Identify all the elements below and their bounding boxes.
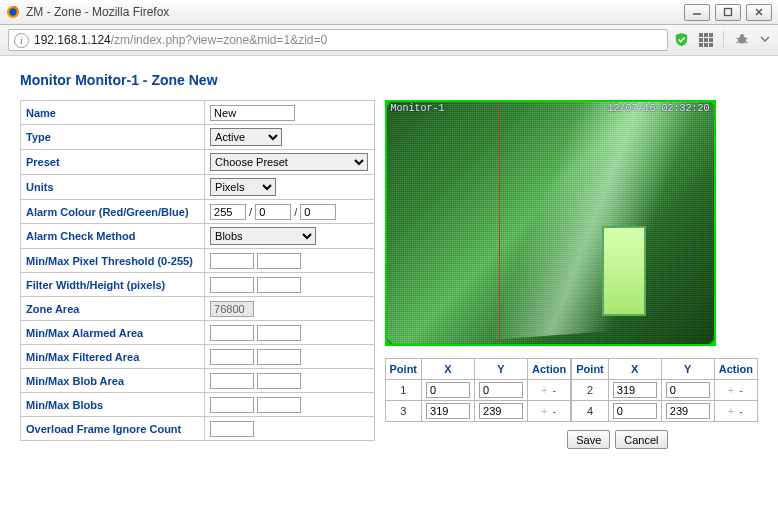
point-actions[interactable]: + -	[714, 380, 757, 401]
zone-form: Name Type Active Preset Choose Preset Un…	[20, 100, 375, 441]
zone-handle-tr[interactable]	[708, 100, 716, 108]
bug-icon[interactable]	[734, 32, 750, 48]
label-overload: Overload Frame Ignore Count	[21, 417, 205, 441]
svg-line-11	[745, 42, 748, 44]
svg-point-7	[740, 34, 744, 38]
page-title: Monitor Monitor-1 - Zone New	[20, 72, 758, 88]
zone-handle-br[interactable]	[708, 338, 716, 346]
url-host: 192.168.1.124	[34, 33, 111, 47]
label-blob-area: Min/Max Blob Area	[21, 369, 205, 393]
point-x-input[interactable]	[426, 382, 470, 398]
alarm-check-select[interactable]: Blobs	[210, 227, 316, 245]
svg-point-1	[9, 8, 16, 15]
point-actions[interactable]: + -	[714, 401, 757, 422]
point-y-input[interactable]	[666, 382, 710, 398]
point-n: 4	[572, 401, 609, 422]
blobs-min-input[interactable]	[210, 397, 254, 413]
point-row: 2 + -	[572, 380, 758, 401]
blobs-max-input[interactable]	[257, 397, 301, 413]
blob-area-max-input[interactable]	[257, 373, 301, 389]
point-x-input[interactable]	[613, 403, 657, 419]
preset-select[interactable]: Choose Preset	[210, 153, 368, 171]
point-n: 2	[572, 380, 609, 401]
window-minimize-button[interactable]	[684, 4, 710, 21]
label-filtered-area: Min/Max Filtered Area	[21, 345, 205, 369]
col-action: Action	[528, 359, 571, 380]
label-alarm-colour: Alarm Colour (Red/Green/Blue)	[21, 200, 205, 224]
window-maximize-button[interactable]	[715, 4, 741, 21]
label-preset: Preset	[21, 150, 205, 175]
alarm-g-input[interactable]	[255, 204, 291, 220]
filter-h-input[interactable]	[257, 277, 301, 293]
points-table-left: Point X Y Action 1 + - 3	[385, 358, 572, 422]
label-filter-wh: Filter Width/Height (pixels)	[21, 273, 205, 297]
preview-monitor-label: Monitor-1	[391, 103, 445, 114]
point-x-input[interactable]	[426, 403, 470, 419]
units-select[interactable]: Pixels	[210, 178, 276, 196]
url-field[interactable]: i 192.168.1.124/zm/index.php?view=zone&m…	[8, 29, 668, 51]
col-action: Action	[714, 359, 757, 380]
alarmed-area-min-input[interactable]	[210, 325, 254, 341]
window-title: ZM - Zone - Mozilla Firefox	[26, 5, 684, 19]
point-y-input[interactable]	[479, 403, 523, 419]
type-select[interactable]: Active	[210, 128, 282, 146]
alarm-r-input[interactable]	[210, 204, 246, 220]
label-alarmed-area: Min/Max Alarmed Area	[21, 321, 205, 345]
zone-preview[interactable]: Monitor-1 12/07/16 02:32:20	[385, 100, 716, 346]
alarm-b-input[interactable]	[300, 204, 336, 220]
zone-handle-bl[interactable]	[385, 338, 393, 346]
col-x: X	[608, 359, 661, 380]
filtered-area-max-input[interactable]	[257, 349, 301, 365]
save-button[interactable]: Save	[567, 430, 610, 449]
address-bar: i 192.168.1.124/zm/index.php?view=zone&m…	[0, 25, 778, 56]
point-row: 3 + -	[385, 401, 571, 422]
point-n: 3	[385, 401, 422, 422]
point-row: 4 + -	[572, 401, 758, 422]
label-type: Type	[21, 125, 205, 150]
preview-timestamp: 12/07/16 02:32:20	[608, 103, 710, 114]
toolbar-divider	[723, 31, 724, 49]
alarmed-area-max-input[interactable]	[257, 325, 301, 341]
col-x: X	[422, 359, 475, 380]
firefox-icon	[6, 5, 20, 19]
qr-icon[interactable]	[699, 33, 713, 47]
name-input[interactable]	[210, 105, 295, 121]
shield-icon[interactable]	[674, 32, 689, 49]
window-close-button[interactable]	[746, 4, 772, 21]
col-point: Point	[572, 359, 609, 380]
cancel-button[interactable]: Cancel	[615, 430, 667, 449]
point-row: 1 + -	[385, 380, 571, 401]
point-n: 1	[385, 380, 422, 401]
label-name: Name	[21, 101, 205, 125]
point-x-input[interactable]	[613, 382, 657, 398]
points-table-right: Point X Y Action 2 + - 4	[571, 358, 758, 422]
zone-handle-tl[interactable]	[385, 100, 393, 108]
point-y-input[interactable]	[479, 382, 523, 398]
svg-rect-3	[725, 9, 732, 16]
label-alarm-check: Alarm Check Method	[21, 224, 205, 249]
filtered-area-min-input[interactable]	[210, 349, 254, 365]
label-units: Units	[21, 175, 205, 200]
col-point: Point	[385, 359, 422, 380]
point-actions[interactable]: + -	[528, 380, 571, 401]
zone-area-input	[210, 301, 254, 317]
url-path: /zm/index.php?view=zone&mid=1&zid=0	[111, 33, 327, 47]
label-blobs: Min/Max Blobs	[21, 393, 205, 417]
label-pixel-thresh: Min/Max Pixel Threshold (0-255)	[21, 249, 205, 273]
svg-line-8	[737, 38, 740, 39]
site-info-icon[interactable]: i	[14, 33, 29, 48]
svg-line-10	[737, 42, 740, 44]
col-y: Y	[475, 359, 528, 380]
col-y: Y	[661, 359, 714, 380]
chevron-down-icon[interactable]	[760, 34, 770, 46]
point-actions[interactable]: + -	[528, 401, 571, 422]
pixel-thresh-max-input[interactable]	[257, 253, 301, 269]
point-y-input[interactable]	[666, 403, 710, 419]
label-zone-area: Zone Area	[21, 297, 205, 321]
filter-w-input[interactable]	[210, 277, 254, 293]
blob-area-min-input[interactable]	[210, 373, 254, 389]
pixel-thresh-min-input[interactable]	[210, 253, 254, 269]
svg-line-9	[745, 38, 748, 39]
window-titlebar: ZM - Zone - Mozilla Firefox	[0, 0, 778, 25]
overload-input[interactable]	[210, 421, 254, 437]
